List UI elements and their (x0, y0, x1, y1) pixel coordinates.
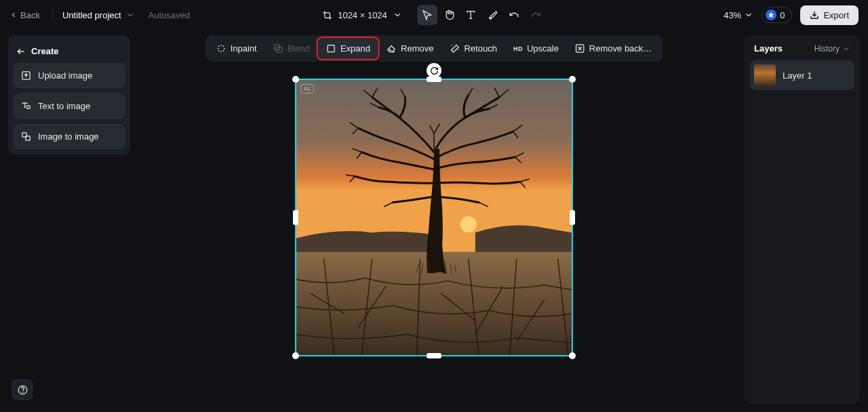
create-header: Create (14, 41, 125, 63)
rotate-handle[interactable] (427, 63, 441, 78)
create-title: Create (31, 46, 58, 56)
redo-button (526, 5, 546, 25)
layer-item[interactable]: Layer 1 (750, 60, 854, 90)
history-dropdown[interactable]: History (814, 44, 850, 54)
text-to-image-button[interactable]: Text to image (14, 94, 125, 119)
inpaint-button[interactable]: Inpaint (208, 38, 265, 59)
i2i-label: Image to image (38, 131, 99, 142)
upscale-button[interactable]: HD Upscale (505, 38, 567, 59)
credits-value: 0 (780, 10, 785, 20)
project-name-dropdown[interactable]: Untitled project (62, 10, 135, 20)
layers-title: Layers (754, 43, 783, 54)
hand-icon (443, 9, 454, 20)
zoom-value: 43% (724, 10, 741, 20)
layers-header: Layers History (750, 43, 854, 60)
crop-icon (322, 10, 332, 20)
wand-icon (450, 43, 460, 54)
canvas-wrapper: AI (295, 64, 573, 342)
canvas-content-image (296, 80, 572, 355)
remove-bg-button[interactable]: Remove back… (567, 38, 660, 59)
layer-thumbnail (754, 64, 776, 86)
brush-tool[interactable] (482, 5, 502, 25)
resize-handle-bottom[interactable] (427, 353, 441, 358)
retouch-label: Retouch (464, 43, 496, 54)
arrow-left-icon[interactable] (16, 47, 26, 56)
help-icon (18, 385, 28, 395)
redo-icon (530, 9, 541, 20)
download-icon (810, 10, 819, 20)
svg-rect-10 (27, 106, 30, 108)
upload-image-button[interactable]: Upload image (14, 63, 125, 88)
retouch-button[interactable]: Retouch (441, 38, 505, 59)
chevron-down-icon (125, 10, 135, 20)
brush-icon (487, 9, 498, 20)
sparkle-icon (216, 43, 226, 54)
history-label: History (814, 44, 840, 54)
resize-handle-left[interactable] (293, 210, 298, 225)
rotate-icon (430, 66, 439, 75)
credits-icon (766, 9, 776, 20)
remove-button[interactable]: Remove (378, 38, 441, 59)
credits-button[interactable]: 0 (762, 7, 792, 23)
upscale-label: Upscale (527, 43, 559, 54)
expand-button[interactable]: Expand (318, 38, 378, 59)
blend-label: Blend (288, 43, 310, 54)
chevron-down-icon (393, 10, 402, 20)
upload-icon (21, 70, 31, 81)
separator (52, 9, 53, 21)
t2i-label: Text to image (38, 101, 90, 111)
remove-bg-label: Remove back… (589, 43, 652, 54)
layers-panel: Layers History Layer 1 (745, 35, 860, 404)
dimensions-label: 1024 × 1024 (338, 10, 387, 20)
chevron-left-icon (9, 11, 18, 19)
image-to-image-icon (21, 131, 31, 142)
zoom-dropdown[interactable]: 43% (724, 10, 753, 20)
cursor-icon (422, 9, 433, 20)
upload-label: Upload image (38, 70, 92, 81)
resize-handle-bl[interactable] (292, 352, 299, 359)
resize-handle-tr[interactable] (569, 76, 576, 83)
svg-marker-2 (768, 12, 774, 18)
chevron-down-icon (842, 45, 850, 53)
blend-button: Blend (265, 38, 318, 59)
blend-icon (273, 43, 283, 54)
export-label: Export (823, 10, 849, 20)
image-to-image-button[interactable]: Image to image (14, 124, 125, 149)
ai-badge: AI (300, 84, 314, 94)
layer-name: Layer 1 (783, 70, 812, 81)
back-button[interactable]: Back (9, 10, 40, 20)
svg-rect-6 (328, 45, 334, 52)
svg-point-17 (22, 392, 23, 392)
text-tool[interactable] (460, 5, 481, 25)
back-label: Back (20, 10, 40, 20)
canvas-size-dropdown[interactable]: 1024 × 1024 (322, 10, 402, 20)
text-to-image-icon (21, 101, 31, 111)
save-status: Autosaved (149, 10, 190, 20)
expand-icon (326, 43, 336, 54)
chevron-down-icon (744, 10, 753, 20)
action-toolbar: Inpaint Blend Expand Remove Retouch HD U… (205, 35, 663, 62)
expand-label: Expand (340, 43, 370, 54)
svg-point-14 (460, 216, 477, 232)
create-panel: Create Upload image Text to image Image … (8, 35, 130, 154)
inpaint-label: Inpaint (231, 43, 257, 54)
resize-handle-br[interactable] (569, 352, 576, 359)
top-bar-right: 43% 0 Export (724, 5, 859, 25)
export-button[interactable]: Export (800, 5, 859, 25)
canvas-image[interactable]: AI (295, 79, 573, 356)
remove-bg-icon (575, 43, 585, 54)
help-button[interactable] (12, 379, 33, 400)
resize-handle-tl[interactable] (292, 76, 299, 83)
resize-handle-right[interactable] (570, 210, 575, 225)
tool-group (417, 5, 546, 25)
pan-tool[interactable] (439, 5, 459, 25)
top-bar: Back Untitled project Autosaved 1024 × 1… (0, 0, 868, 30)
hd-icon: HD (513, 45, 523, 52)
undo-button[interactable] (504, 5, 524, 25)
top-bar-left: Back Untitled project Autosaved (9, 9, 190, 21)
eraser-icon (387, 43, 397, 54)
remove-label: Remove (401, 43, 433, 54)
top-bar-center: 1024 × 1024 (322, 5, 546, 25)
project-name: Untitled project (62, 10, 121, 20)
select-tool[interactable] (417, 5, 437, 25)
